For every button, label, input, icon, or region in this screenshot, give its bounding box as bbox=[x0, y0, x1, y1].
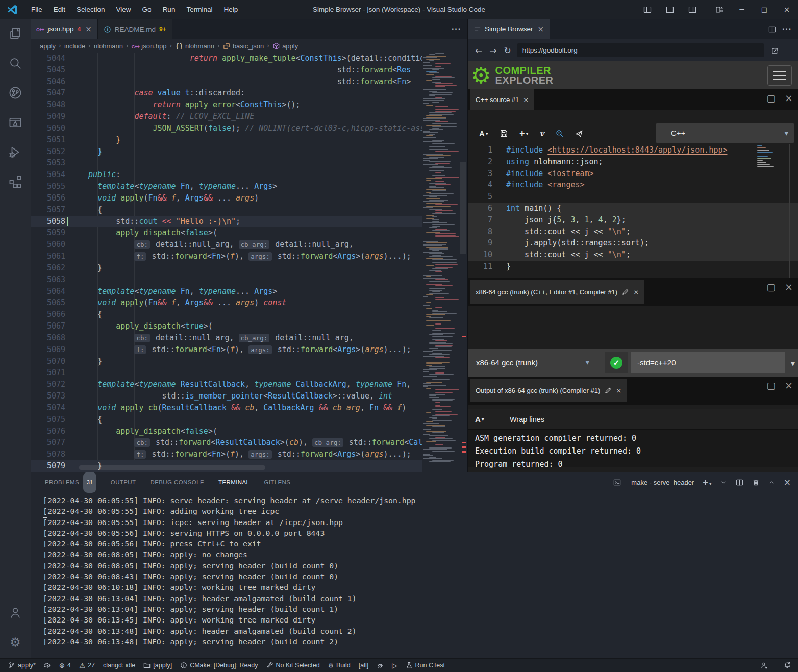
terminal[interactable]: [2022-04-30 06:05:55] INFO: serve_header… bbox=[43, 495, 793, 658]
open-external-icon[interactable] bbox=[771, 46, 779, 55]
code-line-5075[interactable]: 5075 { bbox=[31, 414, 422, 426]
statusbar-warnings[interactable]: ⚠27 bbox=[79, 661, 95, 669]
text-size-icon[interactable]: A▾ bbox=[479, 129, 488, 138]
text-size-icon[interactable]: A▾ bbox=[475, 415, 484, 424]
menu-help[interactable]: Help bbox=[218, 0, 243, 19]
code-line-5066[interactable]: 5066 { bbox=[31, 309, 422, 320]
edit-icon[interactable] bbox=[604, 386, 612, 394]
statusbar-clangd-status[interactable]: clangd: idle bbox=[103, 662, 135, 669]
window-warning-icon[interactable] bbox=[0, 108, 31, 137]
code-line-5050[interactable]: 5050 JSON_ASSERT(false); // NOLINT(cert-… bbox=[31, 122, 422, 134]
code-line-5069[interactable]: 5069 f: std::forward<Fn>(f), args: std::… bbox=[31, 344, 422, 356]
ce-code-line-7[interactable]: 7 json j{5, 3, 1, 4, 2}; bbox=[468, 214, 798, 226]
chevron-down-icon[interactable] bbox=[720, 477, 727, 487]
maximize-icon[interactable]: □ bbox=[753, 0, 776, 19]
ce-code-line-9[interactable]: 9 j.apply(std::ranges::sort); bbox=[468, 237, 798, 249]
back-icon[interactable]: ← bbox=[475, 45, 482, 56]
code-line-5056[interactable]: 5056 void apply(Fn&& f, Args&& ... args) bbox=[31, 192, 422, 204]
close-icon[interactable]: × bbox=[616, 387, 621, 394]
menu-terminal[interactable]: Terminal bbox=[181, 0, 218, 19]
breadcrumb-item[interactable]: apply bbox=[40, 42, 56, 50]
ce-code-line-4[interactable]: 4#include <ranges> bbox=[468, 179, 798, 191]
files-icon[interactable] bbox=[0, 19, 31, 48]
panel-tab-output[interactable]: OUTPUT bbox=[111, 472, 136, 492]
statusbar-remote[interactable] bbox=[760, 662, 767, 669]
trash-icon[interactable] bbox=[752, 477, 760, 487]
terminal-task-label[interactable]: make - serve_header bbox=[631, 479, 694, 486]
code-editor[interactable]: 5044 return apply_make_tuple<ConstThis>(… bbox=[31, 53, 467, 472]
statusbar-cmake-build[interactable]: ⚙Build bbox=[328, 662, 351, 669]
statusbar-run-ctest[interactable]: Run CTest bbox=[406, 662, 445, 669]
statusbar-cmake-kit[interactable]: No Kit Selected bbox=[266, 662, 320, 669]
search-plus-icon[interactable] bbox=[555, 129, 564, 138]
search-icon[interactable] bbox=[0, 48, 31, 78]
code-line-5052[interactable]: 5052 } bbox=[31, 146, 422, 158]
menu-run[interactable]: Run bbox=[157, 0, 181, 19]
code-line-5070[interactable]: 5070 } bbox=[31, 356, 422, 367]
url-input[interactable]: https://godbolt.org bbox=[517, 43, 764, 57]
ce-code-line-2[interactable]: 2using nlohmann::json; bbox=[468, 156, 798, 168]
code-line-5063[interactable]: 5063 bbox=[31, 274, 422, 286]
code-line-5064[interactable]: 5064 template<typename Fn, typename... A… bbox=[31, 286, 422, 297]
close-pane-icon[interactable]: × bbox=[785, 281, 793, 292]
split-editor-icon[interactable] bbox=[768, 24, 776, 34]
panel-tab-gitlens[interactable]: GITLENS bbox=[264, 472, 290, 492]
customize-layout-icon[interactable] bbox=[708, 0, 731, 19]
close-icon[interactable]: × bbox=[85, 24, 92, 34]
minimap[interactable] bbox=[422, 53, 459, 472]
ce-code-line-6[interactable]: 6int main() { bbox=[468, 203, 798, 214]
hamburger-menu-icon[interactable] bbox=[767, 65, 792, 86]
close-icon[interactable]: × bbox=[538, 24, 544, 34]
close-icon[interactable]: × bbox=[776, 0, 798, 19]
statusbar-active-folder[interactable]: [apply] bbox=[143, 662, 172, 669]
statusbar-build-target[interactable]: [all] bbox=[359, 662, 368, 669]
send-icon[interactable] bbox=[575, 129, 584, 138]
statusbar-run-launch[interactable]: ▷ bbox=[392, 661, 397, 669]
compiler-select[interactable]: x86-64 gcc (trunk)▾ bbox=[472, 352, 593, 373]
code-line-5071[interactable]: 5071 bbox=[31, 367, 422, 379]
code-line-5044[interactable]: 5044 return apply_make_tuple<ConstThis>(… bbox=[31, 53, 422, 64]
code-line-5045[interactable]: 5045 std::forward<Res bbox=[31, 64, 422, 76]
chevron-down-icon[interactable]: ▾ bbox=[791, 359, 795, 368]
breadcrumb[interactable]: apply›include›nlohmann›C++json.hpp›{}nlo… bbox=[31, 39, 467, 53]
ce-code-line-3[interactable]: 3#include <iostream> bbox=[468, 168, 798, 180]
code-line-5058[interactable]: 5058 std::cout << "Hello :-)\n"; bbox=[31, 216, 422, 228]
close-icon[interactable]: × bbox=[633, 288, 639, 296]
code-line-5051[interactable]: 5051 } bbox=[31, 134, 422, 146]
save-icon[interactable] bbox=[500, 129, 508, 138]
horizontal-scrollbar[interactable] bbox=[79, 465, 265, 470]
compiler-pane-tab[interactable]: x86-64 gcc (trunk) (C++, Editor #1, Comp… bbox=[470, 280, 644, 304]
panel-tab-problems[interactable]: PROBLEMS31 bbox=[45, 472, 96, 492]
code-line-5062[interactable]: 5062 } bbox=[31, 262, 422, 274]
code-line-5055[interactable]: 5055 template<typename Fn, typename... A… bbox=[31, 181, 422, 192]
ce-code-line-5[interactable]: 5 bbox=[468, 191, 798, 203]
menu-view[interactable]: View bbox=[111, 0, 137, 19]
source-pane-tab[interactable]: C++ source #1× bbox=[470, 89, 534, 110]
ce-code-line-1[interactable]: 1#include <https://localhost:8443/apply/… bbox=[468, 144, 798, 156]
more-icon[interactable]: ··· bbox=[782, 24, 792, 34]
output-pane-tab[interactable]: Output of x86-64 gcc (trunk) (Compiler #… bbox=[470, 379, 627, 402]
code-line-5046[interactable]: 5046 std::forward<Fn> bbox=[31, 76, 422, 88]
breadcrumb-item[interactable]: basic_json bbox=[223, 42, 264, 50]
menu-selection[interactable]: Selection bbox=[71, 0, 111, 19]
settings-gear-icon[interactable]: ⚙ bbox=[0, 628, 31, 657]
code-line-5059[interactable]: 5059 apply_dispatch<false>( bbox=[31, 227, 422, 239]
breadcrumb-item[interactable]: {}nlohmann bbox=[175, 42, 214, 50]
statusbar-debug-launch[interactable] bbox=[377, 662, 384, 669]
chevron-up-icon[interactable] bbox=[768, 477, 775, 487]
close-pane-icon[interactable]: × bbox=[785, 92, 793, 104]
tab-Simple Browser[interactable]: Simple Browser× bbox=[468, 19, 550, 39]
ce-source-editor[interactable]: 1#include <https://localhost:8443/apply/… bbox=[468, 144, 798, 278]
panel-tab-debug-console[interactable]: DEBUG CONSOLE bbox=[150, 472, 204, 492]
editor-scrollbar[interactable] bbox=[459, 53, 467, 472]
minimize-icon[interactable]: ─ bbox=[731, 0, 753, 19]
ce-code-line-8[interactable]: 8 std::cout << j << "\n"; bbox=[468, 226, 798, 238]
layout-sidebar-right-icon[interactable] bbox=[681, 0, 704, 19]
code-line-5065[interactable]: 5065 void apply(Fn&& f, Args&& ... args)… bbox=[31, 297, 422, 309]
statusbar-notifications[interactable] bbox=[784, 662, 791, 669]
tab-json.hpp[interactable]: C++json.hpp4× bbox=[31, 19, 98, 39]
code-line-5054[interactable]: 5054 public: bbox=[31, 169, 422, 181]
add-icon[interactable]: +▾ bbox=[519, 128, 529, 139]
layout-panel-icon[interactable] bbox=[659, 0, 681, 19]
code-line-5068[interactable]: 5068 cb: detail::null_arg, cb_arg: detai… bbox=[31, 332, 422, 344]
